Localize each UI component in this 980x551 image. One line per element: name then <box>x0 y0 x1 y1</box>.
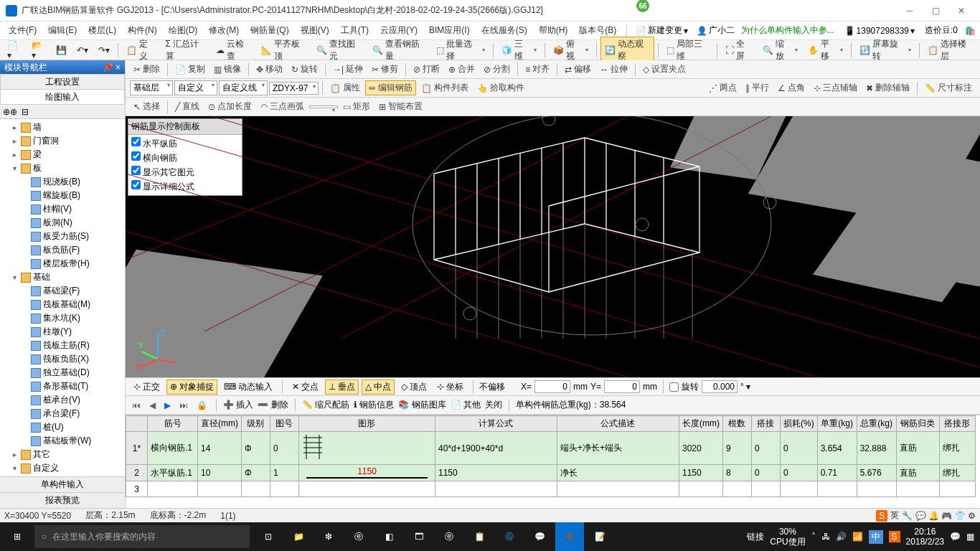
dynamic-view-button[interactable]: 🔄 动态观察 <box>600 37 654 64</box>
point-extend-tool[interactable]: ⊙ 点加长度 <box>204 99 255 114</box>
grid-cell[interactable]: 直筋 <box>896 432 939 465</box>
col-header[interactable]: 搭接形 <box>939 416 975 432</box>
grid-cell[interactable]: 1150 <box>435 465 557 481</box>
batch-select-button[interactable]: ⬚ 批量选择 <box>432 37 489 64</box>
grid-cell[interactable]: 0 <box>751 432 780 465</box>
sogou-icon[interactable]: S <box>876 510 887 522</box>
comp-list-button[interactable]: 📋 构件列表 <box>418 80 472 95</box>
tree-item[interactable]: 柱帽(V) <box>0 202 125 216</box>
action-center-icon[interactable]: 💬 <box>950 532 961 542</box>
tree-item[interactable]: 桩(U) <box>0 420 125 434</box>
del-aux-button[interactable]: ✖ 删除辅轴 <box>862 80 913 95</box>
tree-item[interactable]: ▸梁 <box>0 148 125 161</box>
cloud-check-button[interactable]: ☁ 云检查 <box>212 37 255 64</box>
pin-icon[interactable]: 📌 × <box>103 62 121 72</box>
sogou-tray-icon[interactable]: S <box>889 531 900 542</box>
rebar-grid[interactable]: 筋号直径(mm)级别图号图形计算公式公式描述长度(mm)根数搭接损耗(%)单重(… <box>126 415 980 508</box>
menu-floor[interactable]: 楼层(L) <box>84 23 121 38</box>
tree-item[interactable]: ▸墙 <box>0 121 125 134</box>
minimize-button[interactable]: ─ <box>897 1 923 20</box>
save-icon[interactable]: 💾 <box>52 44 71 57</box>
task-app7[interactable]: 💬 <box>525 522 554 551</box>
menu-edit[interactable]: 编辑(E) <box>44 23 81 38</box>
tree-item[interactable]: 板受力筋(S) <box>0 230 125 243</box>
start-button[interactable]: ⊞ <box>0 522 34 551</box>
task-app9[interactable]: 📝 <box>585 522 614 551</box>
tab-report-preview[interactable]: 报表预览 <box>0 492 125 508</box>
tree-item[interactable]: 筏板主筋(R) <box>0 339 125 352</box>
type-combo[interactable]: 自定义线 <box>219 80 268 95</box>
tree-item[interactable]: 集水坑(K) <box>0 311 125 325</box>
ime-indicator[interactable]: 中 <box>869 530 883 544</box>
category-combo[interactable]: 自定义 <box>174 80 217 95</box>
tree-item[interactable]: 基础板带(W) <box>0 434 125 448</box>
grid-cell[interactable] <box>270 481 298 497</box>
x-input[interactable] <box>534 380 570 393</box>
tree-item[interactable]: ▸门窗洞 <box>0 134 125 148</box>
dimension-button[interactable]: 📏 尺寸标注 <box>921 80 976 95</box>
tip-text[interactable]: 为什么单构件输入中参... <box>741 24 834 37</box>
grid-cell[interactable]: 0 <box>780 432 817 465</box>
row-header[interactable]: 3 <box>126 481 148 497</box>
rotate-input[interactable] <box>702 380 738 393</box>
col-header[interactable]: 长度(mm) <box>679 416 722 432</box>
three-aux-button[interactable]: ⊹ 三点辅轴 <box>810 80 861 95</box>
grid-cell[interactable]: 3.654 <box>817 432 857 465</box>
taskbar-search[interactable]: ○ 在这里输入你要搜索的内容 <box>34 525 250 548</box>
scale-match-button[interactable]: 📏 缩尺配筋 <box>302 399 349 411</box>
view-rebar-button[interactable]: 🔍 查看钢筋量 <box>368 37 430 64</box>
grid-cell[interactable] <box>780 481 817 497</box>
mid-snap[interactable]: △ 中点 <box>362 380 395 395</box>
flat-top-button[interactable]: 📐 平齐板顶 <box>257 37 311 64</box>
3d-button[interactable]: 🧊 三维 <box>497 37 541 64</box>
grid-cell[interactable]: 净长 <box>557 465 679 481</box>
vertex-snap[interactable]: ◇ 顶点 <box>397 380 430 395</box>
3d-viewport[interactable]: 钢筋显示控制面板 水平纵筋 横向钢筋 显示其它图元 显示详细公式 <box>126 116 980 377</box>
link-label[interactable]: 链接 <box>747 531 764 543</box>
grid-cell[interactable] <box>817 481 857 497</box>
line-tool[interactable]: ╱ 直线 <box>171 99 203 114</box>
fullscreen-button[interactable]: ⛶ 全屏 <box>721 37 756 64</box>
rebar-info-button[interactable]: ℹ 钢筋信息 <box>354 399 394 411</box>
grid-cell[interactable]: 8 <box>722 465 751 481</box>
tree-item[interactable]: 现浇板(B) <box>0 175 125 189</box>
taskbar-clock[interactable]: 20:162018/2/23 <box>906 527 944 547</box>
merge-button[interactable]: ⊕ 合并 <box>445 62 479 77</box>
rotate-checkbox[interactable] <box>669 382 679 392</box>
grid-cell[interactable]: 0.71 <box>817 465 857 481</box>
grid-cell[interactable]: 1150 <box>298 465 435 481</box>
tree-item[interactable]: 基础梁(F) <box>0 284 125 298</box>
offset-button[interactable]: ⇄ 偏移 <box>561 62 595 77</box>
align-button[interactable]: ≡ 对齐 <box>522 62 553 77</box>
phone-link[interactable]: 📱13907298339 ▾ <box>842 24 918 37</box>
col-header[interactable]: 图形 <box>298 416 435 432</box>
tree-item[interactable]: 筏板基础(M) <box>0 298 125 311</box>
define-button[interactable]: 📋 定义 <box>122 37 159 64</box>
col-header[interactable]: 根数 <box>722 416 751 432</box>
col-header[interactable]: 损耗(%) <box>780 416 817 432</box>
grid-cell[interactable] <box>857 481 896 497</box>
grid-cell[interactable] <box>679 481 722 497</box>
pan-button[interactable]: ✋ 平移 <box>804 37 847 64</box>
tab-project-settings[interactable]: 工程设置 <box>0 74 125 90</box>
tree-item[interactable]: 螺旋板(B) <box>0 189 125 202</box>
task-app1[interactable]: 📁 <box>284 522 313 551</box>
grid-cell[interactable] <box>435 481 557 497</box>
menu-file[interactable]: 文件(F) <box>4 23 41 38</box>
open-file-icon[interactable]: 📂▾ <box>27 39 50 62</box>
grid-cell[interactable]: 端头+净长+端头 <box>557 432 679 465</box>
tree-item[interactable]: ▸其它 <box>0 448 125 461</box>
col-header[interactable]: 筋号 <box>148 416 198 432</box>
grid-cell[interactable]: 32.888 <box>857 432 896 465</box>
tab-draw-input[interactable]: 绘图输入 <box>0 89 125 105</box>
grid-cell[interactable]: 0 <box>780 465 817 481</box>
grid-cell[interactable] <box>722 481 751 497</box>
row-header[interactable]: 1* <box>126 432 148 465</box>
rect-tool[interactable]: ▭ 矩形 <box>339 99 374 114</box>
grid-cell[interactable]: 1 <box>270 465 298 481</box>
scale-button[interactable]: 🔍 缩放 <box>758 37 802 64</box>
tray-bt-icon[interactable]: 📶 <box>852 532 863 542</box>
floor-combo[interactable]: 基础层 <box>130 80 173 95</box>
col-header[interactable]: 搭接 <box>751 416 780 432</box>
tree-item[interactable]: 桩承台(V) <box>0 393 125 407</box>
